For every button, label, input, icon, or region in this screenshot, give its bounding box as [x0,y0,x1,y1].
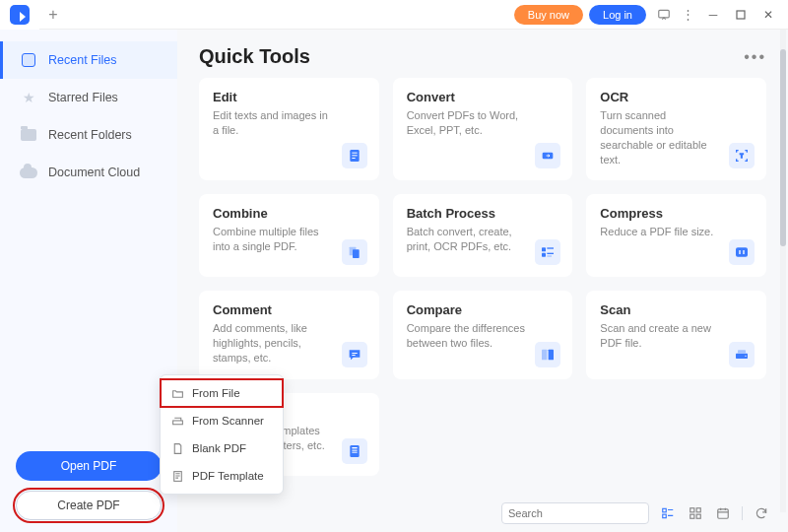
popup-item-label: From File [192,387,240,399]
card-desc: Convert PDFs to Word, Excel, PPT, etc. [407,108,559,138]
tool-card-compress[interactable]: Compress Reduce a PDF file size. [586,194,766,277]
file-icon [19,50,38,70]
svg-rect-34 [718,509,729,518]
tool-card-ocr[interactable]: OCR Turn scanned documents into searchab… [586,78,766,180]
sidebar: Recent Files ★ Starred Files Recent Fold… [0,30,177,532]
svg-rect-18 [542,350,547,361]
svg-rect-13 [548,253,555,254]
template-icon [342,438,367,464]
sidebar-item-starred-files[interactable]: ★ Starred Files [0,79,177,116]
view-grid-icon[interactable] [687,504,704,522]
card-title: Comment [213,302,365,317]
sidebar-item-document-cloud[interactable]: Document Cloud [0,154,177,191]
bottom-toolbar [177,495,788,532]
svg-rect-4 [352,156,357,157]
svg-rect-14 [548,256,553,257]
login-button[interactable]: Log in [589,5,646,25]
svg-rect-10 [542,248,546,252]
svg-point-22 [745,356,746,357]
tool-card-batch-process[interactable]: Batch Process Batch convert, create, pri… [393,194,573,277]
batch-icon [535,239,560,265]
sidebar-item-label: Starred Files [48,91,118,104]
open-pdf-button[interactable]: Open PDF [16,451,162,481]
tools-grid: Edit Edit texts and images in a file. Co… [199,78,766,476]
ocr-icon: T [729,143,755,168]
create-pdf-button[interactable]: Create PDF [16,491,162,520]
popup-item-blank-pdf[interactable]: Blank PDF [161,434,283,462]
popup-item-pdf-template[interactable]: PDF Template [161,462,283,490]
feedback-icon[interactable] [652,3,676,27]
svg-rect-23 [350,445,359,457]
svg-rect-1 [737,11,745,19]
sidebar-item-recent-folders[interactable]: Recent Folders [0,116,177,154]
svg-rect-3 [352,153,357,154]
card-title: Compare [407,302,559,317]
template-page-icon [170,469,184,483]
view-calendar-icon[interactable] [714,504,732,522]
card-title: Scan [600,302,753,317]
svg-rect-16 [352,353,357,354]
view-list-icon[interactable] [659,504,677,522]
sidebar-item-label: Recent Folders [48,128,132,142]
popup-item-from-scanner[interactable]: From Scanner [161,407,283,434]
more-options-button[interactable]: ••• [744,48,766,66]
svg-rect-30 [690,508,694,512]
tool-card-convert[interactable]: Convert Convert PDFs to Word, Excel, PPT… [393,78,573,180]
scrollbar[interactable] [780,30,786,512]
search-input[interactable] [501,502,649,524]
new-tab-button[interactable]: + [39,1,67,29]
buy-now-button[interactable]: Buy now [514,5,583,25]
popup-item-label: From Scanner [192,415,264,427]
star-icon: ★ [19,88,38,107]
tool-card-scan[interactable]: Scan Scan and create a new PDF file. [586,291,766,379]
svg-rect-9 [353,250,360,259]
card-desc: Reduce a PDF file size. [600,225,753,239]
app-logo [0,0,39,30]
popup-item-from-file[interactable]: From File [161,379,283,407]
tool-card-compare[interactable]: Compare Compare the differences between … [393,291,573,379]
svg-rect-21 [738,350,746,353]
svg-rect-31 [696,508,700,512]
sidebar-item-label: Document Cloud [48,166,140,179]
card-title: Edit [213,90,365,104]
tool-card-combine[interactable]: Combine Combine multiple files into a si… [199,194,379,277]
card-desc: Edit texts and images in a file. [213,108,365,138]
card-title: Compress [600,206,753,221]
cloud-icon [19,163,38,182]
svg-rect-19 [549,350,554,361]
folder-icon [19,125,38,145]
card-title: Convert [407,90,559,104]
titlebar: + Buy now Log in ⋮ ─ ✕ [0,0,788,30]
more-menu-icon[interactable]: ⋮ [676,3,699,27]
sidebar-item-label: Recent Files [48,53,116,67]
svg-rect-26 [352,452,357,453]
svg-rect-35 [172,420,182,424]
svg-rect-15 [737,248,748,256]
popup-item-label: PDF Template [192,470,264,482]
tool-card-comment[interactable]: Comment Add comments, like highlights, p… [199,291,379,379]
sidebar-item-recent-files[interactable]: Recent Files [0,41,177,79]
card-title: OCR [600,90,753,104]
popup-item-label: Blank PDF [192,442,246,454]
refresh-icon[interactable] [753,504,770,522]
svg-rect-17 [352,355,355,356]
svg-rect-29 [663,514,667,518]
tool-card-edit[interactable]: Edit Edit texts and images in a file. [199,78,379,180]
window-minimize-button[interactable]: ─ [699,1,727,29]
svg-rect-11 [542,253,546,257]
svg-rect-25 [352,450,357,451]
window-maximize-button[interactable] [727,1,755,29]
svg-rect-12 [548,248,555,249]
compare-icon [535,342,560,367]
scan-icon [729,342,755,367]
window-close-button[interactable]: ✕ [755,1,782,29]
scanner-icon [170,414,184,428]
svg-text:T: T [740,153,744,159]
svg-rect-28 [663,508,667,512]
svg-rect-0 [659,10,670,18]
convert-icon [535,143,560,168]
svg-rect-24 [352,447,357,448]
comment-icon [342,342,367,367]
svg-rect-5 [352,158,355,159]
card-title: Combine [213,206,365,221]
